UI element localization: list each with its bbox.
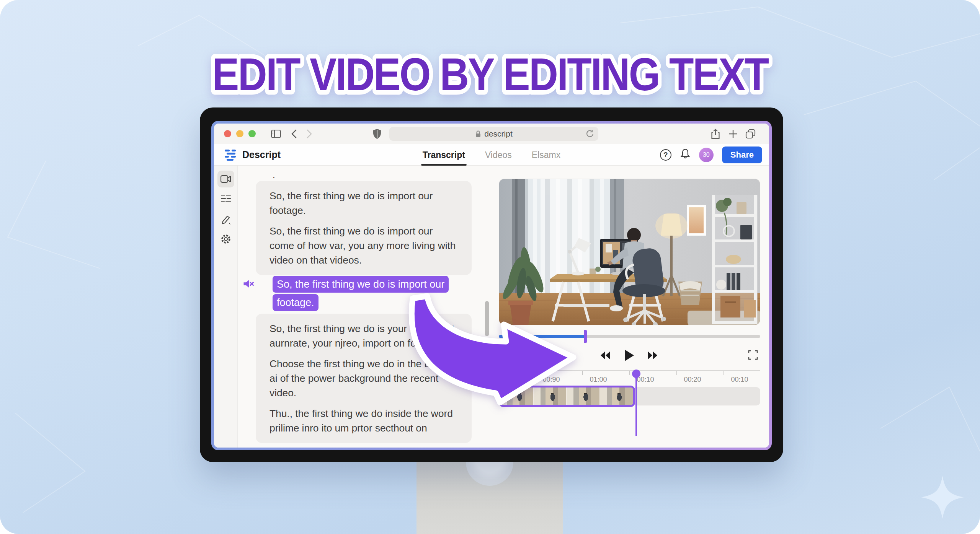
- timeline-track: [499, 386, 760, 407]
- transcript-card[interactable]: So, the first thing we do is import our …: [256, 181, 472, 275]
- basket: [678, 281, 702, 305]
- share-page-icon[interactable]: [711, 129, 720, 139]
- back-button[interactable]: [290, 129, 298, 139]
- rewind-button[interactable]: [598, 348, 613, 363]
- speaker-mute-icon[interactable]: [243, 278, 254, 290]
- transcript-list-icon[interactable]: [217, 190, 234, 207]
- sidebar-toggle-icon[interactable]: [271, 130, 281, 138]
- transcript-paragraph[interactable]: So, the first thing we do is import our …: [270, 189, 458, 218]
- video-camera-icon[interactable]: [217, 171, 234, 187]
- avatar[interactable]: 30: [699, 148, 714, 162]
- share-button[interactable]: Share: [722, 147, 762, 163]
- headline-text: EDIT VIDEO BY EDITING TEXT: [212, 49, 769, 100]
- tab-overview-icon[interactable]: [745, 129, 756, 139]
- timeline-label: 00:90: [536, 376, 567, 384]
- browser-window: descript: [214, 124, 769, 448]
- tab-videos[interactable]: Videos: [485, 144, 512, 166]
- empty-track[interactable]: [635, 387, 760, 405]
- zoom-window-button[interactable]: [248, 130, 256, 137]
- clip-thumbnail: [501, 387, 534, 405]
- video-preview[interactable]: [499, 179, 760, 325]
- highlighted-transcript-row: So, the first thing we do is import our …: [238, 275, 491, 312]
- forward-button[interactable]: [305, 129, 313, 139]
- fullscreen-icon: [748, 350, 758, 360]
- transcript-card[interactable]: So, the first thing we do is your surge …: [256, 314, 472, 443]
- video-frame-image: [499, 179, 760, 325]
- player-panel: 00:90 01:00 00:10 00:20 00:10: [491, 166, 769, 448]
- page-background: EDIT VIDEO BY EDITING TEXT: [0, 0, 980, 534]
- transcript-paragraph[interactable]: Thu., the first thing we do inside the w…: [270, 406, 458, 435]
- tab-transcript[interactable]: Transcript: [423, 144, 465, 166]
- fullscreen-button[interactable]: [748, 350, 758, 361]
- settings-gear-icon[interactable]: [217, 231, 234, 247]
- app-content: . So, the first thing we do is import ou…: [214, 166, 769, 448]
- fast-forward-icon: [647, 350, 658, 360]
- app-header: Descript Transcript Videos Elsamx ?: [214, 144, 769, 166]
- timeline-label: 00:10: [724, 376, 755, 384]
- page-title: EDIT VIDEO BY EDITING TEXT: [0, 21, 980, 109]
- url-text: descript: [484, 129, 513, 138]
- bell-icon: [680, 148, 691, 160]
- pencil-edit-icon[interactable]: [217, 212, 234, 228]
- progress-fill: [499, 335, 586, 338]
- browser-toolbar: descript: [214, 124, 769, 144]
- video-clip[interactable]: [499, 386, 635, 407]
- transcript-scrollbar[interactable]: [485, 301, 489, 336]
- scrolled-text-fragment: .: [273, 169, 275, 180]
- transcript-paragraph[interactable]: Choose the first thing we do in the brmo…: [270, 357, 458, 400]
- timeline-label: 00:20: [677, 376, 708, 384]
- help-icon: ?: [663, 151, 668, 159]
- transcript-panel: . So, the first thing we do is import ou…: [238, 166, 491, 448]
- tool-sidebar: [214, 166, 238, 448]
- shelf-unit: [712, 195, 758, 324]
- highlighted-transcript-text[interactable]: So, the first thing we do is import our …: [273, 276, 449, 311]
- timeline-ruler[interactable]: 00:90 01:00 00:10 00:20 00:10: [499, 370, 760, 384]
- play-icon: [623, 349, 635, 362]
- tab-elsamx[interactable]: Elsamx: [532, 144, 560, 166]
- progress-playhead[interactable]: [584, 330, 587, 343]
- clip-thumbnail: [567, 387, 600, 405]
- privacy-shield-icon[interactable]: [372, 129, 382, 139]
- notifications-button[interactable]: [680, 148, 691, 161]
- clip-thumbnail: [600, 387, 634, 405]
- address-bar[interactable]: descript: [389, 127, 598, 141]
- reload-icon[interactable]: [585, 129, 595, 140]
- transport-controls: [499, 347, 760, 364]
- new-tab-icon[interactable]: [728, 129, 738, 138]
- monitor-stand: [416, 462, 563, 534]
- framed-picture: [687, 205, 706, 236]
- transcript-paragraph[interactable]: So, the first thing we do is your surge …: [270, 321, 458, 350]
- close-window-button[interactable]: [224, 130, 231, 137]
- transcript-paragraph[interactable]: So, the first thing we do is import our …: [270, 224, 458, 267]
- fast-forward-button[interactable]: [645, 348, 660, 363]
- video-progress-bar[interactable]: [499, 335, 760, 338]
- timeline-label: 01:00: [583, 376, 614, 384]
- rewind-icon: [599, 350, 611, 360]
- minimize-window-button[interactable]: [236, 130, 243, 137]
- timeline-playhead[interactable]: [632, 370, 640, 436]
- sparkle-decoration: [920, 474, 965, 520]
- play-button[interactable]: [621, 348, 637, 363]
- help-button[interactable]: ?: [660, 149, 671, 161]
- lock-icon: [475, 130, 481, 138]
- clip-thumbnail: [534, 387, 567, 405]
- browser-window-gradient-border: descript: [211, 121, 772, 450]
- avatar-label: 30: [703, 151, 710, 158]
- monitor-frame: descript: [200, 107, 783, 462]
